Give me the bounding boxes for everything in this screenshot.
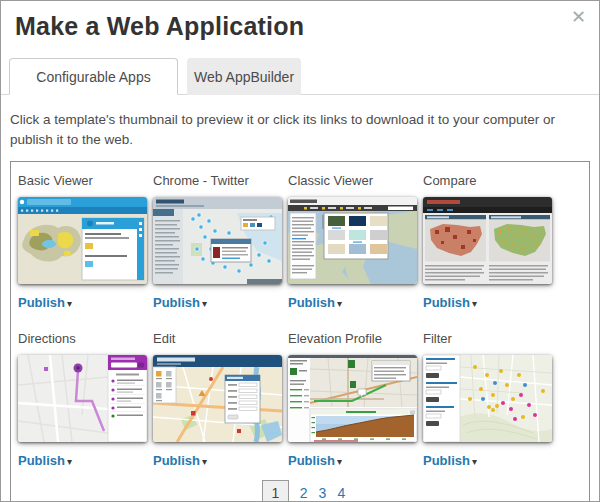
publish-link[interactable]: Publish: [288, 453, 335, 468]
template-card-directions: Directions: [18, 329, 153, 469]
pagination: 1 2 3 4: [18, 480, 589, 502]
publish-caret-icon: ▾: [202, 298, 207, 309]
pagination-page-2[interactable]: 2: [300, 485, 308, 501]
basic-viewer-preview-image: [18, 197, 147, 284]
template-grid: Basic Viewer: [18, 171, 589, 469]
template-thumbnail-elevation-profile[interactable]: [288, 355, 417, 442]
publish-menu-basic-viewer[interactable]: Publish▾: [18, 293, 153, 311]
template-title: Basic Viewer: [18, 173, 153, 188]
template-title: Compare: [423, 173, 558, 188]
publish-caret-icon: ▾: [472, 298, 477, 309]
publish-caret-icon: ▾: [202, 456, 207, 467]
template-title: Elevation Profile: [288, 331, 423, 346]
template-thumbnail-edit[interactable]: [153, 355, 282, 442]
template-title: Edit: [153, 331, 288, 346]
dialog-title: Make a Web Application: [15, 12, 585, 41]
edit-preview-image: [153, 355, 282, 442]
tab-bar: Configurable Apps Web AppBuilder: [1, 58, 599, 95]
publish-menu-directions[interactable]: Publish▾: [18, 451, 153, 469]
dialog-header: Make a Web Application ✕: [1, 1, 599, 41]
template-thumbnail-classic-viewer[interactable]: [288, 197, 417, 284]
template-card-chrome-twitter: Chrome - Twitter: [153, 171, 288, 311]
publish-link[interactable]: Publish: [288, 295, 335, 310]
chrome-twitter-preview-image: [153, 197, 282, 284]
tab-configurable-apps[interactable]: Configurable Apps: [9, 58, 178, 95]
publish-link[interactable]: Publish: [423, 295, 470, 310]
publish-caret-icon: ▾: [472, 456, 477, 467]
template-gallery-panel: Basic Viewer: [10, 161, 590, 502]
template-thumbnail-directions[interactable]: [18, 355, 147, 442]
publish-link[interactable]: Publish: [153, 453, 200, 468]
publish-menu-compare[interactable]: Publish▾: [423, 293, 558, 311]
template-thumbnail-compare[interactable]: [423, 197, 552, 284]
template-thumbnail-filter[interactable]: [423, 355, 552, 442]
publish-link[interactable]: Publish: [18, 453, 65, 468]
template-card-elevation-profile: Elevation Profile: [288, 329, 423, 469]
publish-menu-classic-viewer[interactable]: Publish▾: [288, 293, 423, 311]
publish-caret-icon: ▾: [67, 456, 72, 467]
publish-caret-icon: ▾: [337, 456, 342, 467]
template-thumbnail-basic-viewer[interactable]: [18, 197, 147, 284]
tab-web-appbuilder[interactable]: Web AppBuilder: [187, 58, 301, 95]
template-card-classic-viewer: Classic Viewer: [288, 171, 423, 311]
pagination-page-3[interactable]: 3: [319, 485, 327, 501]
template-title: Classic Viewer: [288, 173, 423, 188]
publish-link[interactable]: Publish: [18, 295, 65, 310]
template-card-filter: Filter: [423, 329, 558, 469]
publish-link[interactable]: Publish: [153, 295, 200, 310]
publish-menu-chrome-twitter[interactable]: Publish▾: [153, 293, 288, 311]
template-title: Chrome - Twitter: [153, 173, 288, 188]
publish-caret-icon: ▾: [67, 298, 72, 309]
template-card-basic-viewer: Basic Viewer: [18, 171, 153, 311]
publish-menu-edit[interactable]: Publish▾: [153, 451, 288, 469]
make-web-application-dialog: Make a Web Application ✕ Configurable Ap…: [0, 0, 600, 502]
directions-preview-image: [18, 355, 147, 442]
classic-viewer-preview-image: [288, 197, 417, 284]
pagination-page-current[interactable]: 1: [262, 480, 289, 502]
publish-menu-elevation-profile[interactable]: Publish▾: [288, 451, 423, 469]
template-title: Directions: [18, 331, 153, 346]
template-card-edit: Edit: [153, 329, 288, 469]
elevation-profile-preview-image: [288, 355, 417, 442]
publish-caret-icon: ▾: [337, 298, 342, 309]
publish-menu-filter[interactable]: Publish▾: [423, 451, 558, 469]
publish-link[interactable]: Publish: [423, 453, 470, 468]
template-card-compare: Compare: [423, 171, 558, 311]
instruction-text: Click a template's thumbnail to preview …: [10, 110, 589, 149]
close-icon[interactable]: ✕: [571, 8, 586, 26]
template-title: Filter: [423, 331, 558, 346]
template-thumbnail-chrome-twitter[interactable]: [153, 197, 282, 284]
pagination-page-4[interactable]: 4: [337, 485, 345, 501]
compare-preview-image: [423, 197, 552, 284]
filter-preview-image: [423, 355, 552, 442]
